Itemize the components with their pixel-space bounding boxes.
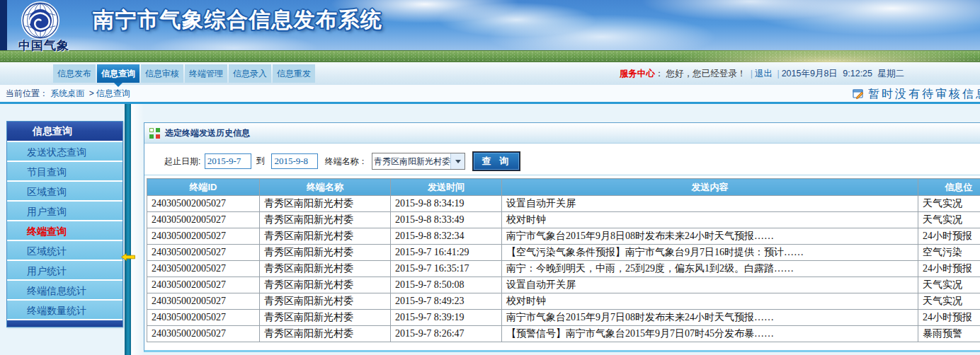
- breadcrumb-prefix: 当前位置：: [6, 88, 48, 98]
- date-to-input[interactable]: [271, 153, 318, 169]
- table-row: 240305002005027青秀区南阳新光村委2015-9-8 8:32:34…: [147, 228, 980, 245]
- cell-r4-c2: 2015-9-7 16:35:17: [391, 261, 502, 277]
- cell-r7-c2: 2015-9-7 8:39:19: [391, 310, 502, 326]
- top-banner: 中国气象 南宁市气象综合信息发布系统: [0, 0, 980, 62]
- cell-r8-c1: 青秀区南阳新光村委: [260, 326, 391, 342]
- cell-r6-c1: 青秀区南阳新光村委: [260, 293, 391, 310]
- nav-tab-4[interactable]: 信息录入: [229, 64, 271, 83]
- terminal-select[interactable]: 青秀区南阳新光村委: [372, 153, 465, 170]
- sidebar-item-8[interactable]: 终端数量统计: [7, 299, 122, 319]
- content-area: 信息查询 发送状态查询节目查询区域查询用户查询终端查询区域统计用户统计终端信息统…: [0, 104, 980, 355]
- service-colon: ：: [655, 69, 664, 78]
- pending-review-notice: 暂时没有待审核信息: [853, 87, 980, 101]
- cell-r0-c4: 天气实况: [918, 196, 980, 212]
- select-dropdown-arrow[interactable]: [450, 153, 465, 169]
- nav-tab-2[interactable]: 信息审核: [141, 64, 183, 83]
- nav-tab-5[interactable]: 信息重发: [273, 64, 315, 83]
- table-row: 240305002005027青秀区南阳新光村委2015-9-7 8:50:08…: [147, 277, 980, 293]
- pending-review-text: 暂时没有待审核信息: [868, 87, 980, 101]
- cell-r2-c2: 2015-9-8 8:32:34: [391, 228, 502, 245]
- cell-r6-c2: 2015-9-7 8:49:23: [391, 293, 502, 310]
- nav-tabs: 信息发布信息查询信息审核终端管理信息录入信息重发: [53, 64, 317, 83]
- collapse-sidebar-arrow[interactable]: [121, 253, 135, 261]
- query-form: 起止日期: 到 终端名称： 青秀区南阳新光村委 查 询: [144, 144, 980, 175]
- main-navbar: 信息发布信息查询信息审核终端管理信息录入信息重发 服务中心： 您好，您已经登录！…: [0, 62, 980, 85]
- table-row: 240305002005027青秀区南阳新光村委2015-9-7 16:41:2…: [147, 245, 980, 261]
- cell-r2-c3: 南宁市气象台2015年9月8日08时发布未来24小时天气预报……: [502, 228, 918, 245]
- cell-r0-c1: 青秀区南阳新光村委: [260, 196, 391, 212]
- logout-link[interactable]: 退出: [755, 69, 773, 78]
- cell-r3-c1: 青秀区南阳新光村委: [260, 245, 391, 261]
- sidebar-item-7[interactable]: 终端信息统计: [7, 279, 122, 299]
- panel-title: 选定终端发送历史信息: [165, 127, 250, 139]
- grid-icon: [149, 128, 160, 139]
- breadcrumb-link-desktop[interactable]: 系统桌面: [50, 88, 84, 98]
- cell-r3-c0: 240305002005027: [147, 245, 260, 261]
- column-header-2: 发送时间: [391, 179, 502, 196]
- separator: |: [777, 69, 779, 78]
- sidebar-item-3[interactable]: 用户查询: [7, 200, 122, 220]
- login-greeting: 您好，您已经登录！: [666, 69, 746, 78]
- cell-r0-c3: 设置自动开关屏: [502, 196, 918, 212]
- cell-r5-c0: 240305002005027: [147, 277, 260, 293]
- cell-r7-c0: 240305002005027: [147, 310, 260, 326]
- cell-r1-c0: 240305002005027: [147, 212, 260, 228]
- cell-r6-c3: 校对时钟: [502, 293, 918, 310]
- cell-r5-c2: 2015-9-7 8:50:08: [391, 277, 502, 293]
- table-row: 240305002005027青秀区南阳新光村委2015-9-7 8:39:19…: [147, 310, 980, 326]
- column-header-3: 发送内容: [502, 179, 918, 196]
- cell-r5-c3: 设置自动开关屏: [502, 277, 918, 293]
- cell-r6-c4: 天气实况: [918, 293, 980, 310]
- vertical-divider: [125, 104, 131, 355]
- breadcrumb-separator: >: [89, 88, 94, 98]
- breadcrumb: 当前位置： 系统桌面 >信息查询: [6, 85, 130, 102]
- cell-r7-c1: 青秀区南阳新光村委: [260, 310, 391, 326]
- divider-glow: [131, 104, 144, 355]
- cell-r4-c3: 南宁：今晚到明天，中雨，25到29度，偏东风1到2级。白露踏……: [502, 261, 918, 277]
- sidebar-item-0[interactable]: 发送状态查询: [7, 141, 122, 161]
- cell-r8-c2: 2015-9-7 8:26:47: [391, 326, 502, 342]
- cell-r6-c0: 240305002005027: [147, 293, 260, 310]
- datetime-display: 2015年9月8日 9:12:25 星期二: [782, 69, 904, 78]
- table-row: 240305002005027青秀区南阳新光村委2015-9-7 8:49:23…: [147, 293, 980, 310]
- cell-r0-c0: 240305002005027: [147, 196, 260, 212]
- sidebar-title: 信息查询: [7, 122, 122, 141]
- sidebar-item-2[interactable]: 区域查询: [7, 180, 122, 200]
- date-from-input[interactable]: [205, 153, 251, 169]
- notepad-icon: [853, 88, 864, 100]
- query-button[interactable]: 查 询: [473, 152, 520, 170]
- logo-caption: 中国气象: [13, 37, 75, 54]
- banner-grass-strip: [0, 50, 980, 62]
- sidebar-item-1[interactable]: 节目查询: [7, 161, 122, 180]
- sidebar-item-6[interactable]: 用户统计: [7, 260, 122, 279]
- column-header-1: 终端名称: [260, 179, 391, 196]
- table-row: 240305002005027青秀区南阳新光村委2015-9-7 16:35:1…: [147, 261, 980, 277]
- cell-r1-c1: 青秀区南阳新光村委: [260, 212, 391, 228]
- breadcrumb-bar: 当前位置： 系统桌面 >信息查询 暂时没有待审核信息: [0, 85, 980, 104]
- history-table: 终端ID终端名称发送时间发送内容信息位 240305002005027青秀区南阳…: [147, 178, 980, 342]
- cell-r3-c3: 【空气污染气象条件预报】南宁市气象台9月7日16时提供：预计……: [502, 245, 918, 261]
- cma-logo: [20, 1, 61, 42]
- cell-r2-c1: 青秀区南阳新光村委: [260, 228, 391, 245]
- nav-tab-3[interactable]: 终端管理: [185, 64, 227, 83]
- nav-tab-0[interactable]: 信息发布: [53, 64, 96, 83]
- cell-r0-c2: 2015-9-8 8:34:19: [391, 196, 502, 212]
- terminal-selected-value: 青秀区南阳新光村委: [372, 156, 450, 168]
- panel-header: 选定终端发送历史信息: [144, 123, 980, 144]
- breadcrumb-link-current[interactable]: 信息查询: [96, 88, 130, 98]
- main-panel: 选定终端发送历史信息 起止日期: 到 终端名称： 青秀区南阳新光村委 查 询 终…: [144, 122, 980, 352]
- cell-r5-c1: 青秀区南阳新光村委: [260, 277, 391, 293]
- cell-r4-c4: 24小时预报: [918, 261, 980, 277]
- date-range-label: 起止日期:: [164, 156, 200, 166]
- cell-r2-c4: 24小时预报: [918, 228, 980, 245]
- left-edge-strip: [0, 0, 7, 50]
- nav-tab-1[interactable]: 信息查询: [97, 64, 139, 83]
- sidebar-item-5[interactable]: 区域统计: [7, 240, 122, 260]
- sidebar-item-4[interactable]: 终端查询: [7, 220, 122, 240]
- cell-r4-c1: 青秀区南阳新光村委: [260, 261, 391, 277]
- cell-r8-c4: 暴雨预警: [918, 326, 980, 342]
- terminal-name-label: 终端名称：: [325, 156, 368, 166]
- cell-r2-c0: 240305002005027: [147, 228, 260, 245]
- system-title: 南宁市气象综合信息发布系统: [93, 6, 383, 35]
- cell-r8-c3: 【预警信号】南宁市气象台2015年9月7日07时45分发布暴……: [502, 326, 918, 342]
